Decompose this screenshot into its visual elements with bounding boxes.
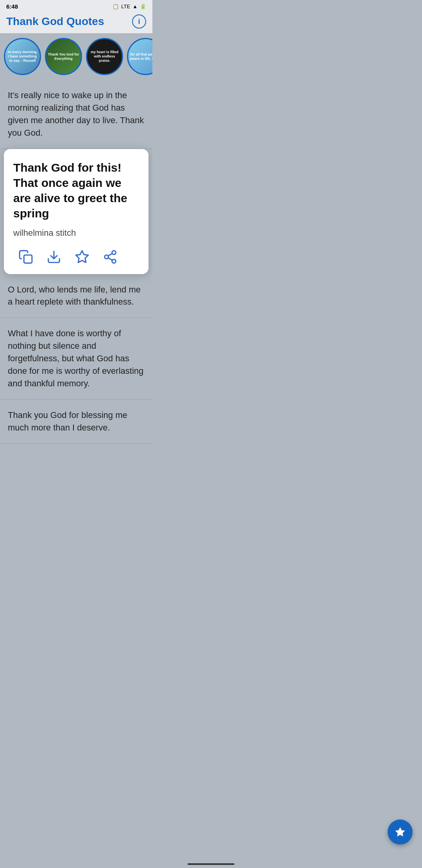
quote-text-above: It's really nice to wake up in the morni… (8, 89, 145, 139)
lte-label: LTE (121, 4, 130, 9)
download-button[interactable] (45, 247, 63, 266)
circle-item-3[interactable]: my heart is filled with endless praise. (86, 38, 123, 75)
quote-text-1: O Lord, who lends me life, lend me a hea… (8, 283, 145, 308)
svg-line-7 (108, 258, 113, 260)
page-title: Thank God Quotes (6, 15, 104, 28)
quote-block-3[interactable]: Thank you God for blessing me much more … (0, 400, 152, 444)
circles-row: At every morning, I have something to sa… (0, 33, 152, 80)
copy-icon (16, 247, 35, 266)
circle-item-2[interactable]: Thank You God for Everything (45, 38, 82, 75)
status-bar: 6:48 📋 LTE ▲ 🔋 (0, 0, 152, 11)
modal-actions (13, 247, 139, 266)
status-time: 6:48 (6, 3, 18, 10)
quote-block-above[interactable]: It's really nice to wake up in the morni… (0, 80, 152, 149)
circle-item-1[interactable]: At every morning, I have something to sa… (4, 38, 41, 75)
svg-line-8 (108, 253, 113, 256)
copy-button[interactable] (16, 247, 35, 266)
circle-text-2: Thank You God for Everything (46, 51, 81, 63)
quote-text-3: Thank you God for blessing me much more … (8, 409, 145, 434)
info-icon: i (138, 18, 140, 26)
app-header: Thank God Quotes i (0, 11, 152, 33)
share-button[interactable] (101, 247, 120, 266)
circle-text-3: my heart is filled with endless praise. (87, 48, 122, 64)
clipboard-icon: 📋 (113, 4, 119, 9)
quote-text-2: What I have done is worthy of nothing bu… (8, 327, 145, 389)
svg-marker-2 (76, 251, 88, 262)
favorite-button[interactable] (73, 247, 91, 266)
signal-icon: ▲ (132, 4, 138, 9)
star-icon (73, 247, 91, 266)
quote-block-1[interactable]: O Lord, who lends me life, lend me a hea… (0, 274, 152, 318)
info-button[interactable]: i (132, 14, 146, 29)
download-icon (45, 247, 63, 266)
circle-text-4: for all that passes, peace in life, than… (128, 51, 152, 63)
share-icon (101, 247, 120, 266)
quote-block-2[interactable]: What I have done is worthy of nothing bu… (0, 318, 152, 399)
status-icons: 📋 LTE ▲ 🔋 (113, 4, 146, 9)
circle-item-4[interactable]: for all that passes, peace in life, than… (127, 38, 152, 75)
circle-text-1: At every morning, I have something to sa… (5, 48, 40, 64)
modal-quote-text: Thank God for this! That once again we a… (13, 160, 139, 221)
modal-author: wilhelmina stitch (13, 228, 139, 238)
modal-card: Thank God for this! That once again we a… (4, 149, 148, 274)
battery-icon: 🔋 (140, 4, 146, 9)
svg-rect-0 (24, 255, 32, 263)
